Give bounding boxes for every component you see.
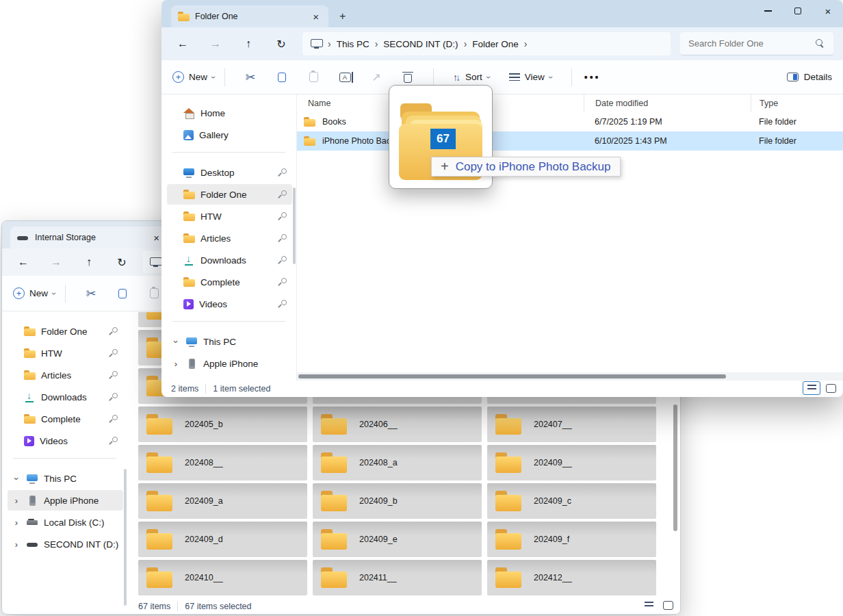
breadcrumb-item[interactable]: › Folder One bbox=[458, 39, 519, 49]
sidebar-item[interactable]: Folder One bbox=[167, 184, 292, 205]
new-tab-button[interactable]: + bbox=[328, 5, 356, 27]
sidebar-tree-item[interactable]: This PC bbox=[8, 468, 123, 489]
selected-count: 67 items selected bbox=[185, 602, 251, 611]
tree-chevron-icon[interactable] bbox=[12, 539, 21, 550]
sidebar-item[interactable]: Home bbox=[167, 103, 292, 123]
folder-tile[interactable]: 202409_e bbox=[313, 522, 482, 557]
sidebar-item[interactable]: Complete bbox=[8, 409, 123, 429]
folder-tile[interactable]: 202409_a bbox=[138, 483, 307, 519]
rename-button[interactable]: A bbox=[337, 69, 353, 86]
folder-tile[interactable]: 202408__ bbox=[138, 445, 307, 480]
sidebar-item[interactable]: Complete bbox=[167, 272, 292, 292]
folder-tile[interactable]: 202405_b bbox=[138, 407, 307, 442]
folder-tile[interactable]: 202411__ bbox=[313, 560, 482, 595]
sidebar-item[interactable]: Articles bbox=[8, 365, 123, 385]
view-icon bbox=[509, 73, 520, 81]
close-button[interactable]: × bbox=[813, 0, 843, 22]
breadcrumb[interactable]: › This PC › SECOND INT (D:) › Folder One… bbox=[302, 32, 671, 55]
share-button[interactable]: ↗ bbox=[368, 69, 385, 86]
forward-button[interactable]: → bbox=[44, 251, 68, 274]
sidebar-tree-item[interactable]: Apple iPhone bbox=[8, 490, 123, 511]
paste-button[interactable] bbox=[305, 69, 322, 86]
tab-internal-storage[interactable]: Internal Storage × bbox=[10, 227, 169, 248]
details-pane-button[interactable]: Details bbox=[787, 72, 832, 82]
view-button[interactable]: View › bbox=[509, 72, 552, 82]
sidebar-tree-item[interactable]: SECOND INT (D:) bbox=[8, 534, 123, 554]
tree-chevron-icon[interactable] bbox=[12, 496, 21, 506]
sidebar-item[interactable]: Downloads bbox=[8, 387, 123, 407]
folder-tile[interactable]: 202409__ bbox=[487, 445, 656, 480]
delete-button[interactable] bbox=[400, 69, 416, 86]
new-button[interactable]: + New › bbox=[13, 287, 55, 299]
close-tab-icon[interactable]: × bbox=[151, 232, 162, 244]
cut-button[interactable]: ✂ bbox=[83, 285, 99, 302]
folder-tile[interactable]: 202409_b bbox=[313, 483, 482, 519]
sidebar-item[interactable]: Gallery bbox=[167, 125, 292, 145]
sidebar-item-icon bbox=[24, 414, 36, 424]
window-controls: × bbox=[753, 0, 843, 22]
forward-button[interactable]: → bbox=[204, 32, 227, 55]
details-view-toggle[interactable] bbox=[640, 598, 658, 612]
sidebar-item[interactable]: Articles bbox=[167, 228, 292, 248]
copy-button[interactable] bbox=[274, 69, 290, 86]
tab-folder-one[interactable]: Folder One × bbox=[171, 5, 328, 27]
content-scrollbar[interactable] bbox=[673, 405, 677, 531]
folder-tile[interactable]: 202408_a bbox=[313, 445, 482, 480]
column-type[interactable]: Type bbox=[751, 94, 843, 112]
folder-tile[interactable]: 202406__ bbox=[313, 407, 482, 442]
sidebar-scrollbar[interactable] bbox=[293, 188, 296, 264]
copy-button[interactable] bbox=[114, 285, 131, 302]
sidebar-item[interactable]: Videos bbox=[167, 294, 292, 314]
sidebar-item[interactable]: Videos bbox=[8, 431, 123, 451]
tree-chevron-icon[interactable] bbox=[12, 474, 21, 484]
sidebar-tree-item[interactable]: This PC bbox=[167, 331, 292, 352]
tree-chevron-icon[interactable] bbox=[12, 517, 21, 528]
sidebar-item[interactable]: Folder One bbox=[8, 321, 123, 342]
folder-tile[interactable]: 202410__ bbox=[138, 560, 307, 595]
sidebar-tree-item[interactable]: Local Disk (C:) bbox=[8, 512, 123, 532]
sidebar-scrollbar[interactable] bbox=[124, 469, 127, 606]
sidebar-item[interactable]: Desktop bbox=[167, 162, 292, 183]
horizontal-scrollbar[interactable] bbox=[297, 372, 843, 381]
folder-tile[interactable]: 202409_f bbox=[487, 522, 656, 557]
icons-view-toggle[interactable] bbox=[826, 384, 836, 393]
maximize-button[interactable] bbox=[783, 0, 813, 22]
breadcrumb-item[interactable]: › This PC bbox=[322, 39, 369, 49]
folder-tile[interactable]: 202409_c bbox=[487, 483, 656, 519]
refresh-button[interactable]: ↻ bbox=[110, 251, 133, 274]
folder-icon bbox=[495, 491, 521, 511]
scrollbar-thumb[interactable] bbox=[298, 374, 726, 378]
status-bar: 2 items 1 item selected bbox=[161, 381, 843, 397]
file-list: Name Date modified Type Books 6/7/2025 1… bbox=[296, 94, 843, 381]
cut-button[interactable]: ✂ bbox=[242, 69, 259, 86]
tree-chevron-icon[interactable] bbox=[171, 359, 181, 369]
sidebar-item[interactable]: HTW bbox=[8, 343, 123, 363]
icons-view-toggle[interactable] bbox=[663, 601, 673, 610]
paste-button[interactable] bbox=[146, 285, 162, 302]
up-button[interactable]: ↑ bbox=[237, 32, 260, 55]
more-options-icon[interactable]: ••• bbox=[584, 72, 601, 83]
sidebar-tree-item[interactable]: Apple iPhone bbox=[167, 353, 292, 374]
back-button[interactable]: ← bbox=[12, 251, 35, 274]
back-button[interactable]: ← bbox=[171, 32, 194, 55]
file-row[interactable]: iPhone Photo Backup 6/10/2025 1:43 PM Fi… bbox=[297, 131, 843, 151]
close-tab-icon[interactable]: × bbox=[310, 11, 322, 23]
search-box[interactable] bbox=[680, 32, 833, 55]
search-input[interactable] bbox=[688, 38, 805, 49]
column-date-modified[interactable]: Date modified bbox=[584, 94, 751, 112]
file-row[interactable]: Books 6/7/2025 1:19 PM File folder bbox=[297, 112, 843, 131]
folder-tile[interactable]: 202412__ bbox=[487, 560, 656, 595]
refresh-button[interactable]: ↻ bbox=[270, 32, 293, 55]
minimize-button[interactable] bbox=[753, 0, 783, 22]
folder-tile[interactable]: 202409_d bbox=[138, 522, 307, 557]
tree-chevron-icon[interactable] bbox=[171, 337, 181, 347]
folder-tile[interactable]: 202407__ bbox=[487, 407, 656, 442]
up-button[interactable]: ↑ bbox=[77, 251, 101, 274]
sidebar-item[interactable]: HTW bbox=[167, 206, 292, 227]
sidebar-item[interactable]: Downloads bbox=[167, 250, 292, 270]
sort-button[interactable]: ↑↓ Sort › bbox=[453, 72, 490, 83]
drag-item-count-badge: 67 bbox=[430, 129, 456, 149]
details-view-toggle[interactable] bbox=[803, 381, 820, 395]
breadcrumb-item[interactable]: › SECOND INT (D:) bbox=[369, 39, 458, 49]
new-button[interactable]: + New › bbox=[172, 71, 215, 83]
